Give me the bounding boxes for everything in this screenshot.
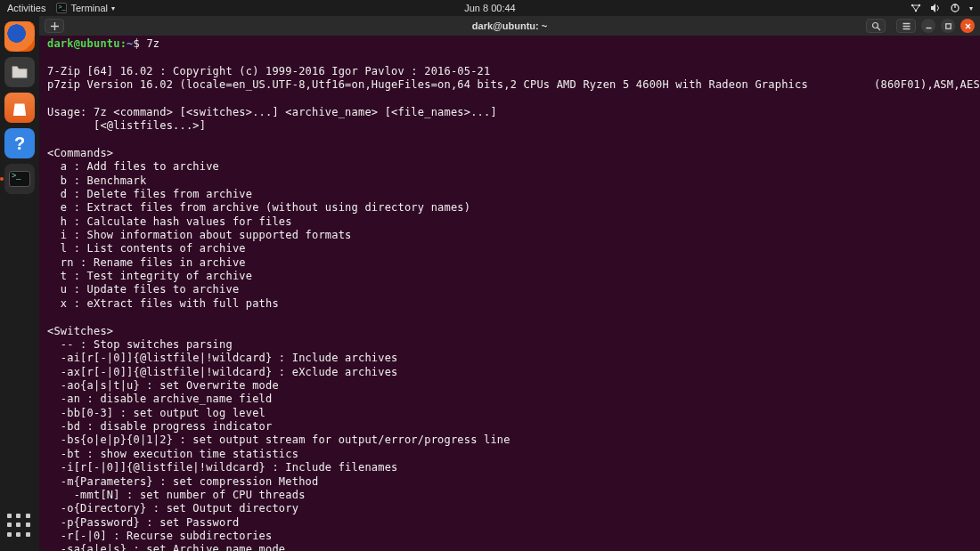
close-button[interactable] — [960, 19, 975, 33]
terminal-window: dark@ubuntu: ~ dark@ubuntu:~$ 7z 7-Zip [… — [39, 16, 980, 551]
show-applications-button[interactable] — [7, 514, 32, 539]
minimize-button[interactable] — [921, 19, 935, 33]
gnome-top-bar: Activities >_ Terminal ▾ Jun 8 00:44 ▾ — [0, 0, 980, 16]
close-icon — [964, 22, 972, 30]
new-tab-button[interactable] — [45, 19, 64, 33]
clock[interactable]: Jun 8 00:44 — [464, 3, 516, 13]
minimize-icon — [925, 22, 933, 30]
dock-help[interactable]: ? — [4, 128, 35, 158]
terminal-menu-label: Terminal — [70, 3, 108, 13]
terminal-menu-icon: >_ — [56, 3, 67, 13]
terminal-viewport[interactable]: dark@ubuntu:~$ 7z 7-Zip [64] 16.02 : Cop… — [39, 36, 980, 551]
network-icon — [911, 3, 921, 13]
bag-icon — [12, 100, 28, 116]
window-title: dark@ubuntu: ~ — [472, 20, 547, 31]
menu-button[interactable] — [896, 19, 916, 33]
svg-point-5 — [872, 22, 878, 28]
maximize-button[interactable] — [941, 19, 955, 33]
terminal-app-menu[interactable]: >_ Terminal ▾ — [56, 3, 115, 13]
chevron-down-icon: ▾ — [969, 4, 973, 12]
dock-software[interactable] — [4, 93, 35, 123]
plus-icon — [50, 21, 60, 31]
dock-terminal[interactable]: >_ — [4, 164, 35, 194]
hamburger-icon — [902, 21, 911, 31]
prompt-path: ~ — [127, 37, 133, 50]
topbar-left: Activities >_ Terminal ▾ — [7, 3, 115, 13]
terminal-icon: >_ — [9, 171, 30, 187]
maximize-icon — [944, 22, 952, 30]
system-status-area[interactable]: ▾ — [911, 3, 973, 13]
search-icon — [871, 21, 881, 31]
dock-firefox[interactable] — [4, 21, 35, 52]
ubuntu-dock: ? >_ — [0, 16, 39, 551]
svg-line-6 — [878, 28, 880, 30]
volume-icon — [930, 3, 941, 13]
window-headerbar: dark@ubuntu: ~ — [39, 16, 980, 36]
chevron-down-icon: ▾ — [111, 4, 115, 12]
terminal-output: 7-Zip [64] 16.02 : Copyright (c) 1999-20… — [47, 65, 980, 551]
prompt-command: 7z — [146, 37, 159, 50]
activities-button[interactable]: Activities — [7, 3, 45, 13]
dock-files[interactable] — [4, 57, 35, 87]
svg-rect-8 — [945, 23, 950, 28]
power-icon — [950, 3, 960, 13]
prompt-userhost: dark@ubuntu — [47, 37, 120, 50]
search-button[interactable] — [866, 19, 886, 33]
folder-icon — [10, 62, 29, 82]
